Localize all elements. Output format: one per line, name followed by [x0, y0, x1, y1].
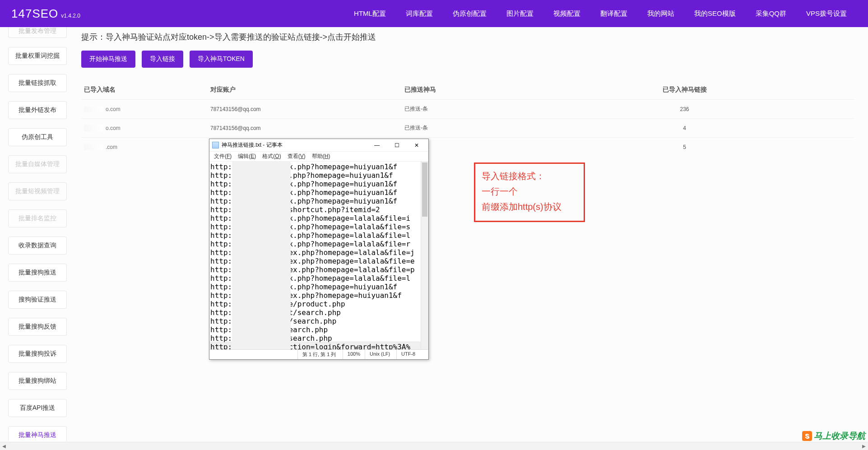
sidebar-item-4: 批量自媒体管理 [8, 155, 67, 173]
sidebar-item-2[interactable]: 批量外链发布 [8, 101, 67, 119]
action-button-0[interactable]: 开始神马推送 [81, 51, 135, 68]
page-horizontal-scrollbar[interactable]: ◄ ► [0, 442, 868, 450]
notepad-titlebar[interactable]: 神马推送链接.txt - 记事本 — ☐ ✕ [209, 139, 428, 152]
action-row: 开始神马推送导入链接导入神马TOKEN [81, 51, 854, 68]
notepad-menu-F[interactable]: 文件(F) [211, 152, 234, 161]
redacted-area [232, 162, 291, 349]
close-button[interactable]: ✕ [407, 139, 427, 152]
callout-l3: 前缀添加http(s)协议 [482, 199, 577, 214]
notepad-menu-E[interactable]: 编辑(E) [235, 152, 259, 161]
watermark-text: 马上收录导航 [814, 430, 865, 442]
cell-domain: o.com [84, 106, 210, 112]
table-row[interactable]: o.com787143156@qq.com已推送-条236 [81, 99, 854, 118]
logo-area: 147SEO v1.4.2.0 [11, 7, 80, 21]
logo-title: 147SEO [11, 7, 58, 21]
nav-item-6[interactable]: 我的网站 [637, 0, 684, 27]
notepad-menu: 文件(F)编辑(E)格式(O)查看(V)帮助(H) [209, 152, 428, 162]
status-enc: UTF-8 [397, 350, 428, 359]
sidebar: 批量发布管理 批量权重词挖掘批量链接抓取批量外链发布伪原创工具批量自媒体管理批量… [0, 27, 81, 441]
sidebar-item-3[interactable]: 伪原创工具 [8, 128, 67, 146]
sidebar-item-partial[interactable]: 批量发布管理 [8, 27, 67, 38]
cell-count: 5 [608, 144, 852, 150]
minimize-button[interactable]: — [367, 139, 387, 152]
nav-items: HTML配置词库配置伪原创配置图片配置视频配置翻译配置我的网站我的SEO模版采集… [344, 0, 857, 27]
action-button-2[interactable]: 导入神马TOKEN [190, 51, 253, 68]
th-count: 已导入神马链接 [608, 86, 852, 94]
sidebar-item-11[interactable]: 批量搜狗投诉 [8, 345, 67, 363]
th-domain: 已导入域名 [84, 86, 210, 94]
notepad-menu-H[interactable]: 帮助(H) [309, 152, 333, 161]
sidebar-item-5: 批量短视频管理 [8, 182, 67, 200]
nav-item-8[interactable]: 采集QQ群 [746, 0, 796, 27]
sidebar-item-10[interactable]: 批量搜狗反馈 [8, 318, 67, 336]
cell-pushed: 已推送-条 [404, 105, 608, 113]
nav-item-5[interactable]: 翻译配置 [590, 0, 637, 27]
cell-count: 236 [608, 106, 852, 112]
status-pos: 第 1 行, 第 1 列 [298, 350, 343, 359]
cell-account: 787143156@qq.com [210, 125, 404, 131]
scroll-track[interactable] [8, 442, 860, 450]
cell-domain: o.com [84, 125, 210, 131]
table-row[interactable]: o.com787143156@qq.com已推送-条4 [81, 118, 854, 137]
notepad-title-text: 神马推送链接.txt - 记事本 [222, 141, 367, 149]
table-header-row: 已导入域名 对应账户 已推送神马 已导入神马链接 [81, 80, 854, 99]
logo-version: v1.4.2.0 [61, 13, 80, 19]
sidebar-item-9[interactable]: 搜狗验证推送 [8, 291, 67, 309]
sidebar-item-12[interactable]: 批量搜狗绑站 [8, 372, 67, 390]
notepad-statusbar: 第 1 行, 第 1 列 100% Unix (LF) UTF-8 [209, 349, 428, 359]
status-zoom: 100% [343, 350, 365, 359]
top-nav: 147SEO v1.4.2.0 HTML配置词库配置伪原创配置图片配置视频配置翻… [0, 0, 868, 27]
watermark: S 马上收录导航 [802, 430, 865, 442]
sidebar-item-13[interactable]: 百度API推送 [8, 399, 67, 417]
cell-pushed: 已推送-条 [404, 124, 608, 132]
sidebar-item-8[interactable]: 批量搜狗推送 [8, 264, 67, 282]
nav-item-0[interactable]: HTML配置 [344, 0, 396, 27]
format-callout: 导入链接格式： 一行一个 前缀添加http(s)协议 [474, 162, 585, 222]
nav-item-2[interactable]: 伪原创配置 [443, 0, 497, 27]
notepad-window[interactable]: 神马推送链接.txt - 记事本 — ☐ ✕ 文件(F)编辑(E)格式(O)查看… [209, 139, 429, 360]
domain-table: 已导入域名 对应账户 已推送神马 已导入神马链接 o.com787143156@… [81, 80, 854, 156]
notepad-body[interactable]: http:// o.com/index.php?homepage=huiyuan… [209, 162, 428, 349]
action-button-1[interactable]: 导入链接 [142, 51, 183, 68]
notepad-menu-V[interactable]: 查看(V) [285, 152, 308, 161]
maximize-button[interactable]: ☐ [387, 139, 407, 152]
sidebar-item-0[interactable]: 批量权重词挖掘 [8, 47, 67, 65]
status-eol: Unix (LF) [365, 350, 397, 359]
nav-item-3[interactable]: 图片配置 [497, 0, 543, 27]
scroll-right-icon[interactable]: ► [860, 442, 868, 450]
table-row[interactable]: .com787143156@qq.com已推送-条5 [81, 137, 854, 156]
callout-l2: 一行一个 [482, 184, 577, 199]
scroll-left-icon[interactable]: ◄ [0, 442, 8, 450]
callout-l1: 导入链接格式： [482, 168, 577, 184]
nav-item-9[interactable]: VPS拨号设置 [796, 0, 857, 27]
sidebar-item-7[interactable]: 收录数据查询 [8, 237, 67, 255]
tip-text: 提示：导入神马验证站点对应token->导入需要推送的验证站点链接->点击开始推… [81, 32, 854, 42]
cell-count: 4 [608, 125, 852, 131]
sidebar-item-1[interactable]: 批量链接抓取 [8, 74, 67, 92]
notepad-menu-O[interactable]: 格式(O) [260, 152, 283, 161]
cell-account: 787143156@qq.com [210, 106, 404, 112]
watermark-badge: S [802, 431, 812, 441]
nav-item-1[interactable]: 词库配置 [396, 0, 443, 27]
content-area: 提示：导入神马验证站点对应token->导入需要推送的验证站点链接->点击开始推… [81, 27, 868, 441]
cell-pushed: 已推送-条 [404, 143, 608, 151]
cell-domain: .com [84, 144, 210, 150]
th-pushed: 已推送神马 [404, 86, 608, 94]
sidebar-item-6: 批量排名监控 [8, 209, 67, 227]
nav-item-7[interactable]: 我的SEO模版 [684, 0, 746, 27]
notepad-icon [212, 142, 219, 148]
th-account: 对应账户 [210, 86, 404, 94]
nav-item-4[interactable]: 视频配置 [543, 0, 590, 27]
sidebar-item-14[interactable]: 批量神马推送 [8, 426, 67, 441]
